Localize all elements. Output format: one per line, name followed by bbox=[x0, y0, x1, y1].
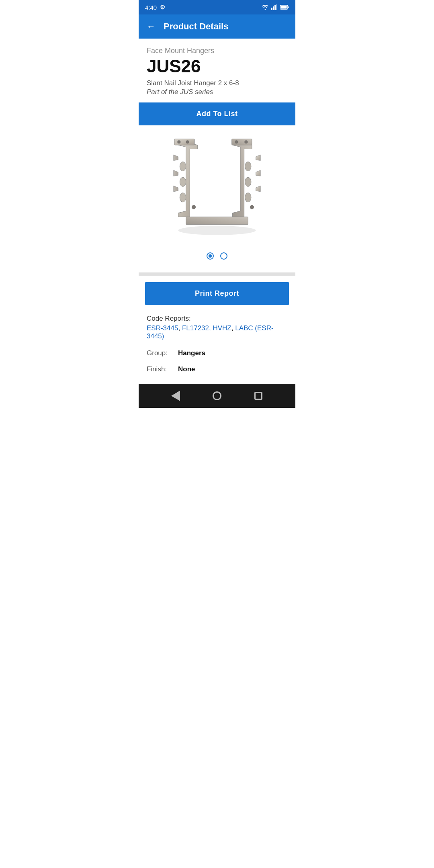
svg-point-9 bbox=[186, 141, 189, 144]
product-description: Slant Nail Joist Hanger 2 x 6-8 bbox=[147, 79, 287, 87]
settings-icon: ⚙ bbox=[160, 4, 165, 11]
svg-point-11 bbox=[180, 177, 186, 186]
image-dots bbox=[207, 252, 227, 260]
svg-point-16 bbox=[245, 141, 248, 144]
code-reports: Code Reports: ESR-3445, FL17232, HVHZ, L… bbox=[139, 311, 295, 345]
home-circle-icon bbox=[213, 391, 221, 400]
group-label: Group: bbox=[147, 349, 175, 357]
status-right bbox=[262, 4, 289, 10]
product-sku: JUS26 bbox=[147, 57, 287, 76]
product-image-area bbox=[139, 125, 295, 271]
product-image-svg bbox=[165, 133, 269, 246]
svg-rect-6 bbox=[281, 6, 287, 9]
svg-point-20 bbox=[245, 193, 251, 202]
group-row: Group: Hangers bbox=[139, 345, 295, 361]
wifi-icon bbox=[262, 4, 269, 10]
svg-point-18 bbox=[245, 162, 251, 171]
svg-point-15 bbox=[235, 141, 238, 144]
status-left: 4:40 ⚙ bbox=[145, 4, 165, 11]
section-divider bbox=[139, 272, 295, 276]
print-report-button[interactable]: Print Report bbox=[145, 282, 289, 305]
product-header: Face Mount Hangers JUS26 Slant Nail Jois… bbox=[139, 39, 295, 102]
recent-square-icon bbox=[254, 392, 262, 400]
product-category: Face Mount Hangers bbox=[147, 47, 287, 55]
svg-point-12 bbox=[180, 193, 186, 202]
image-dot-2[interactable] bbox=[220, 252, 227, 260]
svg-point-19 bbox=[245, 177, 251, 186]
nav-back-button[interactable] bbox=[166, 386, 185, 405]
group-value: Hangers bbox=[178, 349, 205, 357]
finish-row: Finish: None bbox=[139, 361, 295, 377]
app-bar-title: Product Details bbox=[164, 21, 228, 32]
svg-rect-3 bbox=[276, 4, 277, 10]
svg-rect-13 bbox=[186, 217, 248, 225]
code-link-esr3445[interactable]: ESR-3445 bbox=[147, 324, 178, 332]
nav-recent-button[interactable] bbox=[249, 386, 268, 405]
main-content: Face Mount Hangers JUS26 Slant Nail Jois… bbox=[139, 39, 295, 384]
image-dot-1[interactable] bbox=[207, 252, 214, 260]
svg-rect-0 bbox=[271, 8, 272, 10]
svg-point-17 bbox=[192, 205, 196, 209]
svg-point-24 bbox=[178, 226, 256, 235]
status-bar: 4:40 ⚙ bbox=[139, 0, 295, 14]
svg-point-21 bbox=[250, 205, 254, 209]
back-button[interactable]: ← bbox=[145, 20, 157, 33]
back-icon: ← bbox=[147, 21, 156, 31]
signal-icon bbox=[271, 4, 278, 10]
product-series: Part of the JUS series bbox=[147, 88, 287, 96]
status-time: 4:40 bbox=[145, 4, 157, 11]
svg-rect-1 bbox=[273, 6, 274, 10]
code-reports-label: Code Reports: bbox=[147, 315, 287, 323]
add-to-list-button[interactable]: Add To List bbox=[139, 102, 295, 125]
code-link-fl17232[interactable]: FL17232, HVHZ bbox=[182, 324, 231, 332]
details-section: Print Report Code Reports: ESR-3445, FL1… bbox=[139, 282, 295, 384]
svg-point-10 bbox=[180, 162, 186, 171]
finish-value: None bbox=[178, 365, 195, 373]
svg-rect-2 bbox=[274, 5, 276, 10]
product-image bbox=[161, 133, 273, 246]
back-triangle-icon bbox=[171, 391, 180, 401]
nav-home-button[interactable] bbox=[207, 386, 227, 405]
app-bar: ← Product Details bbox=[139, 14, 295, 39]
battery-icon bbox=[280, 5, 289, 10]
nav-bar bbox=[139, 384, 295, 408]
finish-label: Finish: bbox=[147, 365, 175, 373]
svg-rect-5 bbox=[288, 6, 289, 8]
code-reports-links: ESR-3445, FL17232, HVHZ, LABC (ESR-3445) bbox=[147, 324, 287, 340]
svg-point-8 bbox=[178, 141, 181, 144]
